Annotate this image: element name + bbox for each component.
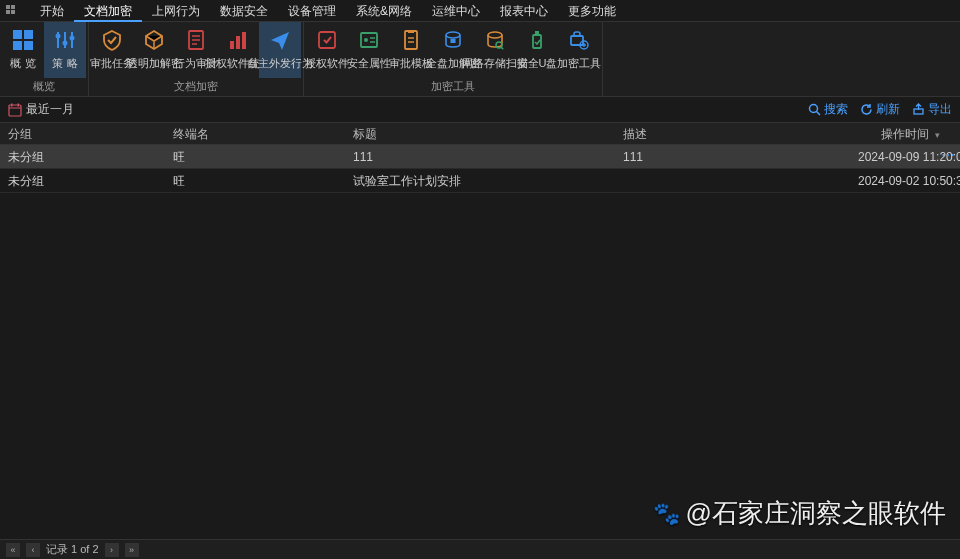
ribbon-secure-u[interactable]: 安全U盘 [516,22,558,78]
cell-terminal: 旺 [165,146,345,168]
table-row[interactable]: 未分组旺1111112024-09-09 11:20:03⋯ [0,145,960,169]
search-button[interactable]: 搜索 [808,101,848,118]
search-icon [808,103,821,116]
ribbon-overview[interactable]: 概 览 [2,22,44,78]
col-header-desc[interactable]: 描述 [615,123,850,145]
svg-rect-4 [13,30,22,39]
refresh-button[interactable]: 刷新 [860,101,900,118]
svg-point-9 [63,41,68,46]
ribbon-group-1: 审批任务透明加解密行为审计授权软件统计自主外发行为文档加密 [89,22,304,96]
app-menu-icon[interactable] [4,4,20,18]
svg-rect-21 [451,39,456,43]
date-range-filter[interactable]: 最近一月 [8,101,74,118]
col-header-title[interactable]: 标题 [345,123,615,145]
menu-item-7[interactable]: 报表中心 [490,0,558,22]
menu-item-3[interactable]: 数据安全 [210,0,278,22]
ribbon: 概 览策 略概览审批任务透明加解密行为审计授权软件统计自主外发行为文档加密授权软… [0,22,960,97]
calendar-icon [8,103,22,117]
ribbon-netstore-scan[interactable]: 网络存储扫描 [474,22,516,78]
menu-item-1[interactable]: 文档加密 [74,0,142,22]
svg-rect-7 [24,41,33,50]
svg-rect-1 [11,5,15,9]
svg-point-22 [488,32,502,38]
svg-point-10 [70,36,75,41]
ribbon-strategy[interactable]: 策 略 [44,22,86,78]
nav-prev[interactable]: ‹ [26,543,40,557]
svg-rect-25 [535,31,539,35]
ribbon-group-label: 文档加密 [91,78,301,96]
svg-rect-5 [24,30,33,39]
svg-rect-15 [319,32,335,48]
col-header-terminal[interactable]: 终端名 [165,123,345,145]
svg-rect-6 [13,41,22,50]
svg-rect-18 [405,31,417,49]
svg-rect-26 [571,36,583,45]
menu-item-2[interactable]: 上网行为 [142,0,210,22]
ribbon-security-attr[interactable]: 安全属性 [348,22,390,78]
auth-stats-icon [226,28,250,52]
svg-rect-16 [361,33,377,47]
cell-time: 2024-09-02 10:50:37 [850,170,960,192]
svg-rect-27 [574,32,580,36]
svg-rect-3 [11,10,15,14]
ribbon-group-2: 授权软件安全属性审批模板全盘加解密网络存储扫描安全U盘加密工具加密工具 [304,22,603,96]
svg-rect-31 [11,103,13,106]
cell-title: 试验室工作计划安排 [345,170,615,192]
crypt-tool-icon [567,28,591,52]
refresh-icon [860,103,873,116]
export-button[interactable]: 导出 [912,101,952,118]
export-icon [912,103,925,116]
ribbon-group-0: 概 览策 略概览 [0,22,89,96]
record-status: 记录 1 of 2 [46,542,99,557]
cell-desc [615,170,850,192]
cell-title: 111 [345,146,615,168]
secure-u-icon [525,28,549,52]
svg-rect-14 [242,32,246,49]
nav-first[interactable]: « [6,543,20,557]
svg-rect-2 [6,10,10,14]
menu-item-4[interactable]: 设备管理 [278,0,346,22]
svg-rect-19 [408,30,414,33]
table-body: 未分组旺1111112024-09-09 11:20:03⋯未分组旺试验室工作计… [0,145,960,193]
security-attr-icon [357,28,381,52]
ribbon-crypt-tool[interactable]: 加密工具 [558,22,600,78]
row-more-icon[interactable]: ⋯ [941,145,956,169]
behavior-audit-icon [184,28,208,52]
table-row[interactable]: 未分组旺试验室工作计划安排2024-09-02 10:50:37 [0,169,960,193]
menubar: 开始文档加密上网行为数据安全设备管理系统&网络运维中心报表中心更多功能 [0,0,960,22]
approve-task-icon [100,28,124,52]
svg-rect-13 [236,36,240,49]
ribbon-auth-software[interactable]: 授权软件 [306,22,348,78]
fulldisk-crypt-icon [441,28,465,52]
svg-point-8 [56,34,61,39]
filter-bar: 最近一月 搜索 刷新 导出 [0,97,960,123]
svg-rect-12 [230,41,234,49]
ribbon-group-label: 概览 [2,78,86,96]
menu-item-6[interactable]: 运维中心 [422,0,490,22]
menu-items: 开始文档加密上网行为数据安全设备管理系统&网络运维中心报表中心更多功能 [30,0,626,22]
cell-desc: 111 [615,146,850,168]
date-range-label: 最近一月 [26,101,74,118]
svg-point-33 [810,105,818,113]
ribbon-transparent-decrypt[interactable]: 透明加解密 [133,22,175,78]
svg-rect-0 [6,5,10,9]
watermark: 🐾 @石家庄洞察之眼软件 [653,496,946,531]
status-bar: « ‹ 记录 1 of 2 › » [0,539,960,559]
menu-item-8[interactable]: 更多功能 [558,0,626,22]
menu-item-5[interactable]: 系统&网络 [346,0,422,22]
ribbon-self-send[interactable]: 自主外发行为 [259,22,301,78]
col-header-group[interactable]: 分组 [0,123,165,145]
svg-rect-29 [9,105,21,116]
strategy-icon [53,28,77,52]
audit-template-icon [399,28,423,52]
col-header-time[interactable]: 操作时间 [850,123,960,145]
nav-next[interactable]: › [105,543,119,557]
self-send-icon [268,28,292,52]
cell-terminal: 旺 [165,170,345,192]
svg-line-34 [817,112,821,116]
paw-icon: 🐾 [653,501,680,527]
table-header: 分组 终端名 标题 描述 操作时间 [0,123,960,145]
menu-item-0[interactable]: 开始 [30,0,74,22]
auth-software-icon [315,28,339,52]
nav-last[interactable]: » [125,543,139,557]
